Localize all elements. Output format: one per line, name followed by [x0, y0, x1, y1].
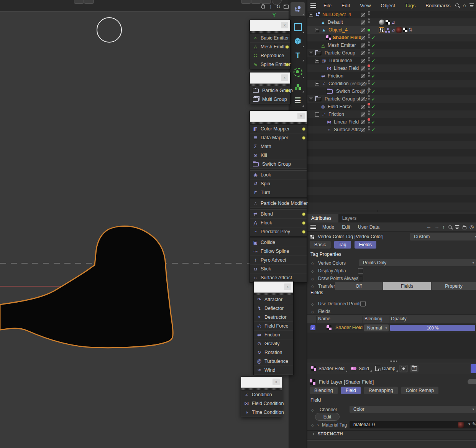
palette-item-reproduce[interactable]: ∷Reproduce	[250, 51, 290, 60]
object-label[interactable]: Turbulence	[328, 58, 352, 63]
shoe-silhouette[interactable]	[0, 223, 176, 350]
state-dot[interactable]	[368, 68, 370, 70]
preset-dropdown[interactable]: Custom▾	[410, 233, 476, 240]
state-dot[interactable]	[368, 122, 370, 124]
menu-mode[interactable]: Mode	[318, 224, 338, 230]
palette-titlebar[interactable]: x	[250, 111, 307, 122]
target-icon[interactable]: ◎	[469, 224, 474, 230]
palette-item-spline-emitter[interactable]: ∿Spline Emitter	[250, 60, 290, 69]
object-label[interactable]: Condition	[328, 81, 349, 86]
rotate-view-icon[interactable]: ↻	[275, 3, 281, 10]
state-dot[interactable]	[368, 110, 370, 112]
key-diamond-icon[interactable]: ◇	[311, 262, 314, 265]
history-back-icon[interactable]: ←	[426, 224, 431, 230]
add-clamp-button[interactable]: Clamp	[373, 365, 397, 372]
state-dot[interactable]	[368, 90, 370, 92]
enabled-check-icon[interactable]: ✓	[371, 49, 376, 57]
expand-collapse-icon[interactable]	[315, 112, 319, 117]
close-icon[interactable]: x	[297, 113, 305, 119]
palette-item-color-mapper[interactable]: ◧Color Mapper	[250, 125, 307, 133]
menu-edit[interactable]: Edit	[338, 224, 354, 230]
history-forward-icon[interactable]: →	[434, 224, 439, 230]
palette-item-wind[interactable]: ≋Wind	[254, 366, 293, 375]
palette-item-rotation[interactable]: ↻Rotation	[254, 348, 293, 357]
state-dot[interactable]	[368, 59, 370, 61]
object-row-mesh-emitter[interactable]: △Mesh Emitter✓	[307, 41, 476, 49]
chevron-down-icon[interactable]: ▾	[468, 422, 470, 426]
tab-basic[interactable]: Basic	[310, 241, 331, 249]
key-diamond-icon[interactable]: ◇	[311, 423, 314, 427]
layer-icon[interactable]	[361, 105, 365, 109]
close-icon[interactable]: x	[284, 283, 291, 290]
menu-tags[interactable]: Tags	[400, 3, 420, 8]
close-icon[interactable]: x	[281, 22, 288, 28]
object-label[interactable]: Mesh Emitter	[328, 43, 356, 48]
palette-titlebar[interactable]: x	[250, 20, 290, 31]
palette-item-math[interactable]: ΣMath	[250, 142, 307, 151]
enabled-check-icon[interactable]: ✓	[371, 95, 376, 103]
expand-collapse-icon[interactable]	[309, 13, 313, 17]
expand-collapse-icon[interactable]	[309, 51, 313, 55]
object-row-friction[interactable]: ⇌Friction✓	[307, 110, 476, 118]
palette-item-data-mapper[interactable]: ≣Data Mapper	[250, 133, 307, 142]
palette-item-field-force[interactable]: ◎Field Force	[254, 322, 293, 331]
enabled-check-icon[interactable]: ✓	[371, 41, 376, 49]
enabled-check-icon[interactable]: ✓	[371, 103, 376, 110]
menu-object[interactable]: Object	[376, 3, 400, 8]
layer-icon[interactable]	[361, 97, 365, 101]
palette-item-node-modifier[interactable]: ∴Particle Node Modifier	[250, 199, 307, 208]
record-layer-button[interactable]	[399, 365, 408, 372]
palette-item-pyro-advect[interactable]: ≀Pyro Advect	[250, 256, 307, 265]
palette-titlebar[interactable]: x	[254, 282, 293, 293]
palette-item-spin[interactable]: ↺Spin	[250, 180, 307, 188]
expand-collapse-icon[interactable]	[315, 59, 319, 63]
menu-file[interactable]: File	[318, 3, 336, 8]
search-icon[interactable]	[448, 225, 452, 229]
menu-edit[interactable]: Edit	[336, 3, 355, 8]
key-diamond-icon[interactable]: ◇	[311, 302, 314, 306]
close-icon[interactable]: x	[281, 74, 288, 81]
layer-icon[interactable]	[361, 51, 365, 55]
palette-item-field-condition[interactable]: ⋈Field Condition	[241, 399, 282, 408]
object-row-particle-group-shoe[interactable]: Particle Group shoe✓	[307, 95, 476, 103]
tab-field[interactable]: Field	[341, 387, 361, 394]
expand-collapse-icon[interactable]	[309, 97, 313, 101]
toolbar-button-partial[interactable]	[74, 0, 84, 4]
partial-right-pill[interactable]	[468, 379, 476, 384]
checker-bw-tag-icon[interactable]	[386, 20, 390, 25]
updown-tag-icon[interactable]: ⇅	[409, 27, 412, 33]
object-label[interactable]: Particle Group shoe	[325, 96, 367, 102]
enabled-check-icon[interactable]: ✓	[371, 87, 376, 95]
tab-fields[interactable]: Fields	[355, 241, 376, 249]
layer-icon[interactable]	[361, 28, 365, 32]
strength-section-header[interactable]: ›STRENGTH	[313, 431, 343, 436]
enabled-check-icon[interactable]: ✓	[371, 80, 376, 87]
dolly-icon[interactable]: ↕	[268, 3, 274, 10]
enabled-check-icon[interactable]: ✓	[371, 34, 376, 41]
tab-blending[interactable]: Blending	[310, 387, 338, 394]
palette-item-folder-multi[interactable]: Multi Group	[250, 95, 290, 104]
palette-item-turbulence[interactable]: @Turbulence	[254, 357, 293, 366]
transfer-fields-button[interactable]: Fields	[383, 282, 431, 290]
add-shader-field-button[interactable]: Shader Field	[309, 365, 346, 372]
object-label[interactable]: Default	[328, 20, 343, 25]
tab-attributes[interactable]: Attributes	[307, 214, 338, 222]
palette-item-mesh-emitter[interactable]: △Mesh Emitter	[250, 43, 290, 51]
channel-dropdown[interactable]: Color▾	[350, 406, 476, 413]
panel-splitter-handle[interactable]	[390, 361, 397, 362]
hamburger-menu-icon[interactable]	[310, 3, 316, 8]
layer-icon[interactable]	[361, 20, 365, 25]
override-dot[interactable]	[368, 64, 370, 67]
palette-item-folder[interactable]: Particle Group	[250, 86, 290, 95]
object-row-default[interactable]: ▲Default⊿	[307, 18, 476, 26]
expand-collapse-icon[interactable]	[315, 28, 319, 32]
state-dot[interactable]	[368, 34, 370, 36]
layer-icon[interactable]	[361, 89, 365, 94]
layer-icon[interactable]	[361, 82, 365, 86]
state-dot[interactable]	[368, 87, 370, 89]
object-row-turbulence[interactable]: @Turbulence✓	[307, 57, 476, 64]
object-label[interactable]: Friction	[328, 112, 344, 117]
palette-item-deflector[interactable]: ↯Deflector	[254, 304, 293, 313]
tab-layers[interactable]: Layers	[338, 214, 364, 222]
toolbar-button-partial[interactable]	[241, 0, 251, 4]
